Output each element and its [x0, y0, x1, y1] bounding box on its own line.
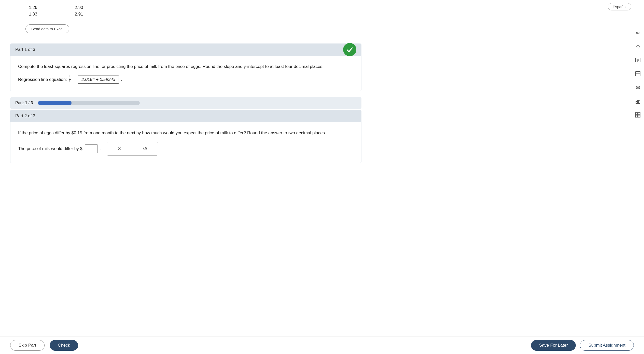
cell-2-1: 1.33 — [25, 12, 41, 17]
skip-part-button[interactable]: Skip Part — [10, 340, 45, 351]
table-row: 1.26 2.90 — [25, 5, 624, 10]
mail-icon[interactable]: ✉ — [633, 83, 642, 92]
espanol-button[interactable]: Español — [608, 3, 631, 10]
svg-rect-8 — [637, 100, 638, 104]
period: . — [121, 77, 122, 82]
chart-icon[interactable] — [633, 97, 642, 106]
cell-1-1: 1.26 — [25, 5, 41, 10]
progress-fraction: 1 / 3 — [25, 101, 33, 105]
part1-body: Compute the least-squares regression lin… — [10, 56, 361, 91]
grid-icon[interactable] — [633, 110, 642, 120]
progress-bar-container — [38, 101, 140, 105]
part2-section: Part 2 of 3 If the price of eggs differ … — [10, 110, 361, 163]
progress-bar-fill — [38, 101, 72, 105]
main-content: 1.26 2.90 1.33 2.91 Send data to Excel P… — [10, 0, 624, 163]
submit-assignment-button[interactable]: Submit Assignment — [580, 340, 634, 351]
part1-section: Part 1 of 3 Compute the least-squares re… — [10, 43, 361, 91]
infinity-icon[interactable]: ∞ — [633, 28, 642, 37]
equals-sign: = — [73, 77, 76, 82]
footer-bar: Skip Part Check Save For Later Submit As… — [0, 336, 644, 354]
svg-rect-11 — [638, 113, 640, 115]
svg-rect-13 — [638, 115, 640, 117]
check-button[interactable]: Check — [50, 340, 78, 351]
clear-button[interactable]: × — [107, 142, 132, 155]
regression-label: Regression line equation: — [18, 77, 67, 82]
part2-title: Part 2 of 3 — [15, 113, 35, 119]
answer-prefix: The price of milk would differ by $ — [18, 146, 82, 151]
part2-header: Part 2 of 3 — [10, 110, 361, 122]
undo-button[interactable]: ↺ — [132, 142, 158, 155]
action-buttons: × ↺ — [107, 142, 158, 156]
cell-1-2: 2.90 — [71, 5, 87, 10]
y-hat-symbol: ^ y — [69, 77, 71, 82]
progress-section: Part: 1 / 3 — [10, 97, 361, 109]
cell-2-2: 2.91 — [71, 12, 87, 17]
svg-rect-7 — [636, 101, 637, 104]
diamond-icon[interactable]: ◇ — [633, 42, 642, 51]
save-for-later-button[interactable]: Save For Later — [531, 340, 576, 351]
part1-title: Part 1 of 3 — [15, 47, 35, 52]
answer-period: . — [100, 146, 102, 151]
list-icon[interactable] — [633, 55, 642, 65]
svg-rect-10 — [636, 113, 638, 115]
footer-right: Save For Later Submit Assignment — [531, 340, 634, 351]
right-sidebar: ∞ ◇ ✉ — [632, 25, 644, 122]
answer-line: The price of milk would differ by $ . × … — [18, 142, 354, 156]
svg-rect-9 — [639, 101, 640, 104]
send-excel-button[interactable]: Send data to Excel — [25, 24, 69, 33]
part2-question: If the price of eggs differ by $0.15 fro… — [18, 129, 354, 136]
part2-body: If the price of eggs differ by $0.15 fro… — [10, 122, 361, 163]
part1-question: Compute the least-squares regression lin… — [18, 63, 354, 70]
progress-label: Part: 1 / 3 — [15, 101, 33, 105]
table-row: 1.33 2.91 — [25, 12, 624, 17]
svg-rect-12 — [636, 115, 638, 117]
equation-value: 2.0184 + 0.5934x — [78, 76, 119, 84]
check-circle — [343, 43, 356, 56]
part1-header: Part 1 of 3 — [10, 43, 361, 56]
regression-line: Regression line equation: ^ y = 2.0184 +… — [18, 76, 354, 84]
footer-left: Skip Part Check — [10, 340, 78, 351]
data-table: 1.26 2.90 1.33 2.91 — [25, 5, 624, 17]
table-icon[interactable] — [633, 69, 642, 78]
milk-price-input[interactable] — [85, 144, 98, 153]
